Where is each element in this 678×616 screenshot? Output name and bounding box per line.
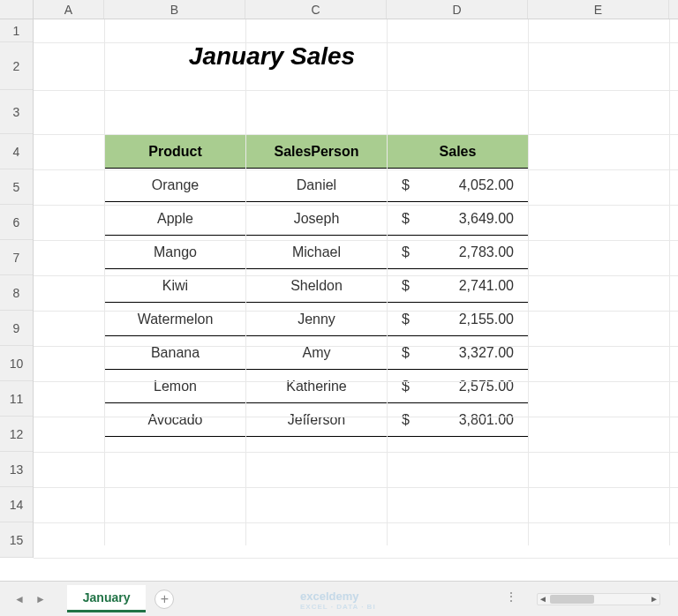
- sales-value: 2,741.00: [459, 278, 519, 294]
- table-row: BananaAmy$3,327.00: [105, 336, 529, 370]
- gridline-v: [669, 19, 670, 545]
- gridline-h: [34, 558, 678, 559]
- cell-salesperson[interactable]: Daniel: [246, 169, 388, 202]
- sales-value: 2,155.00: [459, 312, 519, 327]
- cell-sales[interactable]: $3,327.00: [388, 336, 529, 370]
- gridline-h: [34, 275, 678, 276]
- currency-symbol: $: [396, 244, 410, 260]
- watermark: exceldemy EXCEL · DATA · BI: [300, 590, 376, 611]
- gridline-h: [34, 452, 678, 453]
- cell-salesperson[interactable]: Jefferson: [246, 403, 388, 437]
- tab-scroll-handle-icon[interactable]: ⋮: [505, 590, 519, 604]
- scrollbar-thumb[interactable]: [550, 595, 594, 604]
- cell-product[interactable]: Avocado: [105, 403, 246, 437]
- gridline-h: [34, 90, 678, 91]
- cell-product[interactable]: Orange: [105, 169, 246, 202]
- sheet-tab-active[interactable]: January: [67, 585, 147, 612]
- row-header-14[interactable]: 14: [0, 487, 33, 522]
- sheet-tab-bar: ◄ ► January + exceldemy EXCEL · DATA · B…: [0, 581, 678, 616]
- column-header-d[interactable]: D: [387, 0, 528, 19]
- cell-salesperson[interactable]: Katherine: [246, 370, 388, 403]
- row-header-15[interactable]: 15: [0, 522, 33, 558]
- gridline-h: [34, 522, 678, 523]
- gridline-v: [387, 19, 388, 545]
- cell-sales[interactable]: $2,741.00: [388, 269, 529, 303]
- row-header-11[interactable]: 11: [0, 381, 33, 417]
- cell-salesperson[interactable]: Sheldon: [246, 269, 388, 303]
- row-header-9[interactable]: 9: [0, 311, 33, 346]
- row-headers-column: 123456789101112131415: [0, 19, 34, 558]
- row-header-3[interactable]: 3: [0, 90, 33, 134]
- gridline-h: [34, 42, 678, 43]
- spreadsheet-area: ABCDE 123456789101112131415 January Sale…: [0, 0, 678, 581]
- plus-icon: +: [161, 591, 169, 607]
- column-header-b[interactable]: B: [104, 0, 245, 19]
- currency-symbol: $: [396, 211, 410, 227]
- row-header-6[interactable]: 6: [0, 205, 33, 240]
- table-row: KiwiSheldon$2,741.00: [105, 269, 529, 303]
- currency-symbol: $: [396, 177, 410, 193]
- table-row: LemonKatherine$2,575.00: [105, 370, 529, 403]
- row-header-8[interactable]: 8: [0, 275, 33, 311]
- gridline-h: [34, 381, 678, 382]
- sales-value: 2,783.00: [459, 244, 519, 260]
- gridline-h: [34, 240, 678, 241]
- tab-nav-controls: ◄ ►: [0, 591, 60, 607]
- tab-nav-prev-icon[interactable]: ◄: [11, 591, 28, 607]
- row-header-13[interactable]: 13: [0, 452, 33, 487]
- cell-sales[interactable]: $4,052.00: [388, 169, 529, 202]
- tab-nav-next-icon[interactable]: ►: [32, 591, 49, 607]
- cell-product[interactable]: Apple: [105, 202, 246, 236]
- horizontal-scrollbar[interactable]: ◄ ►: [537, 593, 660, 605]
- cell-product[interactable]: Banana: [105, 336, 246, 370]
- sales-value: 3,327.00: [459, 345, 519, 361]
- row-header-12[interactable]: 12: [0, 417, 33, 452]
- currency-symbol: $: [396, 412, 410, 428]
- column-header-e[interactable]: E: [528, 0, 669, 19]
- gridline-v: [104, 19, 105, 545]
- table-header-row: ProductSalesPersonSales: [105, 135, 529, 169]
- table-header-salesperson[interactable]: SalesPerson: [246, 135, 388, 169]
- gridline-h: [34, 311, 678, 312]
- cell-sales[interactable]: $3,649.00: [388, 202, 529, 236]
- gridline-h: [34, 487, 678, 488]
- row-header-2[interactable]: 2: [0, 42, 33, 90]
- column-header-a[interactable]: A: [34, 0, 104, 19]
- gridline-h: [34, 134, 678, 135]
- add-sheet-button[interactable]: +: [154, 590, 174, 609]
- cell-sales[interactable]: $3,801.00: [388, 403, 529, 437]
- currency-symbol: $: [396, 345, 410, 361]
- table-header-product[interactable]: Product: [105, 135, 246, 169]
- cell-salesperson[interactable]: Jenny: [246, 303, 388, 336]
- sales-value: 3,801.00: [459, 412, 519, 428]
- scroll-right-icon[interactable]: ►: [649, 594, 659, 605]
- row-header-1[interactable]: 1: [0, 19, 33, 42]
- cell-sales[interactable]: $2,575.00: [388, 370, 529, 403]
- currency-symbol: $: [396, 312, 410, 327]
- row-header-4[interactable]: 4: [0, 134, 33, 169]
- table-row: AvocadoJefferson$3,801.00: [105, 403, 529, 437]
- column-headers-row: ABCDE: [0, 0, 678, 19]
- cell-product[interactable]: Watermelon: [105, 303, 246, 336]
- scroll-left-icon[interactable]: ◄: [538, 594, 548, 605]
- gridline-h: [34, 169, 678, 170]
- gridline-h: [34, 346, 678, 347]
- row-header-5[interactable]: 5: [0, 169, 33, 205]
- gridline-h: [34, 205, 678, 206]
- cell-product[interactable]: Lemon: [105, 370, 246, 403]
- select-all-corner[interactable]: [0, 0, 34, 19]
- cell-product[interactable]: Kiwi: [105, 269, 246, 303]
- table-row: WatermelonJenny$2,155.00: [105, 303, 529, 336]
- currency-symbol: $: [396, 278, 410, 294]
- column-header-c[interactable]: C: [245, 0, 387, 19]
- table-row: OrangeDaniel$4,052.00: [105, 169, 529, 202]
- row-header-7[interactable]: 7: [0, 240, 33, 275]
- cell-salesperson[interactable]: Joseph: [246, 202, 388, 236]
- cell-salesperson[interactable]: Amy: [246, 336, 388, 370]
- table-row: AppleJoseph$3,649.00: [105, 202, 529, 236]
- table-header-sales[interactable]: Sales: [388, 135, 529, 169]
- cell-sales[interactable]: $2,155.00: [388, 303, 529, 336]
- sales-value: 3,649.00: [459, 211, 519, 227]
- row-header-10[interactable]: 10: [0, 346, 33, 381]
- sheet-title[interactable]: January Sales: [34, 42, 510, 71]
